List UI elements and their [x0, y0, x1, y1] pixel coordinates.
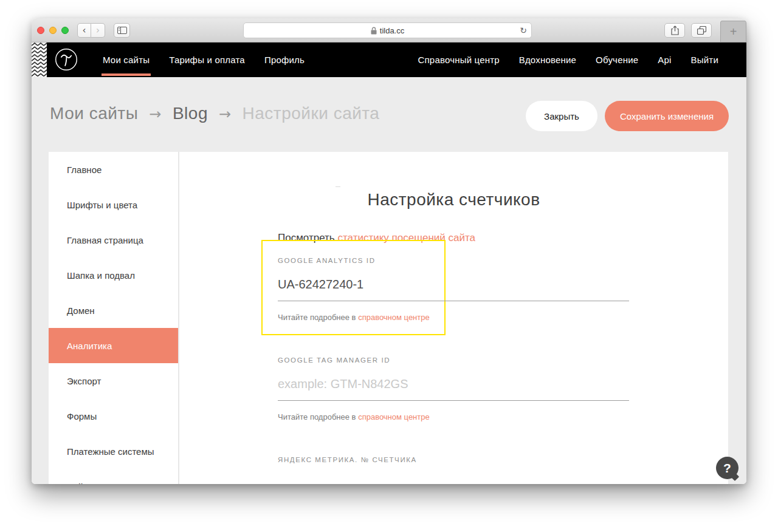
screenshot-stage: ‹ › tilda.cc ↻	[0, 0, 778, 532]
back-button[interactable]: ‹	[77, 23, 91, 38]
close-button[interactable]: Закрыть	[526, 101, 597, 131]
plus-icon: +	[730, 25, 737, 39]
history-nav-buttons: ‹ ›	[77, 23, 105, 38]
nav-item-help-center[interactable]: Справочный центр	[408, 43, 509, 77]
gtm-id-input[interactable]	[278, 375, 629, 393]
nav-item-inspiration[interactable]: Вдохновение	[509, 43, 586, 77]
close-window-button[interactable]	[37, 27, 44, 34]
browser-toolbar: ‹ › tilda.cc ↻	[32, 18, 746, 43]
breadcrumb-arrow-icon: →	[219, 106, 232, 123]
breadcrumb-row: Мои сайты → Blog → Настройки сайта Закры…	[32, 77, 746, 152]
ga-help-text: Читайте подробнее в справочном центре	[278, 313, 430, 322]
lock-icon	[371, 27, 377, 35]
nav-item-api[interactable]: Api	[648, 43, 681, 77]
ga-id-underline	[278, 301, 629, 301]
forward-button[interactable]: ›	[91, 23, 105, 38]
stats-prefix: Посмотреть	[278, 232, 335, 244]
breadcrumb-arrow-icon: →	[149, 106, 162, 123]
minimize-window-button[interactable]	[49, 27, 57, 34]
smudge-artifact	[336, 186, 340, 188]
nav-item-tariffs[interactable]: Тарифы и оплата	[159, 43, 255, 77]
reload-icon[interactable]: ↻	[520, 26, 527, 35]
ga-id-input[interactable]	[278, 275, 629, 293]
sidebar-item-domain[interactable]: Домен	[49, 293, 178, 328]
address-bar[interactable]: tilda.cc ↻	[243, 22, 532, 38]
sidebar-toggle-icon	[117, 27, 127, 34]
tilda-logo-icon[interactable]	[54, 47, 78, 72]
stats-link[interactable]: статистику посещений сайта	[337, 232, 475, 244]
zigzag-pattern	[32, 43, 47, 77]
sidebar-item-export[interactable]: Экспорт	[49, 363, 178, 398]
yandex-metrika-label: ЯНДЕКС МЕТРИКА. № СЧЕТЧИКА	[278, 456, 417, 463]
site-navbar: Мои сайты Тарифы и оплата Профиль Справо…	[32, 43, 746, 77]
sidebar-item-payment-systems[interactable]: Платежные системы	[49, 434, 178, 469]
sidebar-item-general[interactable]: Главное	[49, 152, 178, 187]
sidebar-item-actions[interactable]: Действия	[49, 469, 178, 484]
gtm-id-label: GOOGLE TAG MANAGER ID	[278, 356, 390, 364]
sidebar-item-analytics[interactable]: Аналитика	[49, 328, 178, 363]
gtm-help-link[interactable]: справочном центре	[358, 412, 430, 421]
share-button[interactable]	[664, 23, 685, 38]
tab-overview-icon	[697, 26, 706, 35]
gtm-help-text: Читайте подробнее в справочном центре	[278, 412, 430, 421]
nav-item-education[interactable]: Обучение	[586, 43, 648, 77]
share-icon	[671, 26, 679, 35]
window-controls	[37, 27, 69, 34]
forward-icon: ›	[96, 25, 100, 36]
tab-overview-button[interactable]	[691, 23, 712, 38]
save-changes-button[interactable]: Сохранить изменения	[605, 101, 729, 131]
gtm-help-prefix: Читайте подробнее в	[278, 412, 356, 421]
sidebar-item-header-footer[interactable]: Шапка и подвал	[49, 257, 178, 293]
url-text: tilda.cc	[380, 26, 404, 35]
nav-item-my-sites[interactable]: Мои сайты	[93, 43, 159, 77]
ga-help-prefix: Читайте подробнее в	[278, 313, 356, 322]
browser-window: ‹ › tilda.cc ↻	[32, 18, 746, 484]
navbar-right-menu: Справочный центр Вдохновение Обучение Ap…	[408, 43, 729, 77]
new-tab-button[interactable]: +	[720, 21, 746, 43]
breadcrumb-my-sites[interactable]: Мои сайты	[50, 104, 138, 123]
breadcrumb-site-settings: Настройки сайта	[243, 104, 380, 123]
breadcrumb: Мои сайты → Blog → Настройки сайта	[50, 104, 379, 123]
gtm-id-underline	[278, 400, 629, 401]
sidebar-item-forms[interactable]: Формы	[49, 398, 178, 434]
page-title: Настройка счетчиков	[179, 190, 728, 210]
stats-line: Посмотреть статистику посещений сайта	[278, 232, 475, 244]
sidebar-item-main-page[interactable]: Главная страница	[49, 222, 178, 257]
zoom-window-button[interactable]	[61, 27, 69, 34]
help-bubble-button[interactable]: ?	[716, 457, 738, 479]
sidebar-item-fonts-colors[interactable]: Шрифты и цвета	[49, 187, 178, 222]
breadcrumb-site-name[interactable]: Blog	[173, 104, 208, 123]
back-icon: ‹	[83, 25, 86, 36]
settings-sidebar: Главное Шрифты и цвета Главная страница …	[49, 152, 178, 484]
question-mark-icon: ?	[723, 461, 731, 476]
ga-id-label: GOOGLE ANALYTICS ID	[278, 257, 376, 264]
sidebar-toggle-button[interactable]	[114, 23, 130, 38]
nav-item-logout[interactable]: Выйти	[681, 43, 728, 77]
ga-help-link[interactable]: справочном центре	[358, 313, 430, 322]
nav-item-profile[interactable]: Профиль	[255, 43, 314, 77]
navbar-left-menu: Мои сайты Тарифы и оплата Профиль	[93, 43, 314, 77]
settings-page: Мои сайты → Blog → Настройки сайта Закры…	[32, 77, 746, 484]
